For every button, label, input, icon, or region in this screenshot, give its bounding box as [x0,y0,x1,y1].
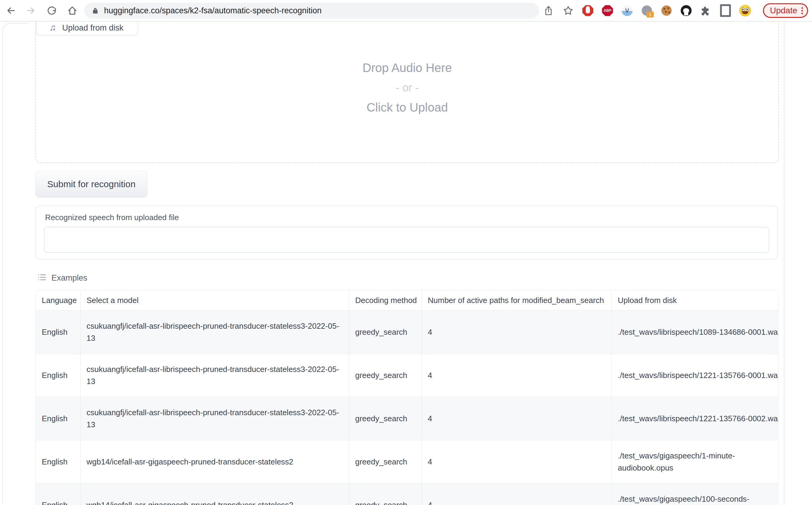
table-cell: English [36,353,81,397]
examples-label: Examples [51,273,88,283]
submit-button-label: Submit for recognition [47,179,136,189]
v-extension-icon[interactable]: V [622,5,633,16]
emoji-extension-icon[interactable] [739,5,751,16]
notification-extension-icon[interactable]: 1 [641,5,653,16]
browser-toolbar: huggingface.co/spaces/k2-fsa/automatic-s… [0,0,812,22]
examples-table-header: LanguageSelect a modelDecoding methodNum… [36,290,779,311]
tab-label: Upload from disk [62,24,124,32]
dropzone-line2: - or - [396,81,419,94]
extension-badge: 1 [647,11,654,18]
table-cell: 4 [422,353,612,397]
cookie-icon[interactable] [661,5,672,16]
share-icon[interactable] [543,5,554,16]
recognized-speech-panel: Recognized speech from uploaded file [35,206,778,260]
adblock-stop-hand-icon[interactable] [582,5,593,16]
reload-icon[interactable] [46,5,57,16]
browser-window: huggingface.co/spaces/k2-fsa/automatic-s… [0,0,812,505]
submit-for-recognition-button[interactable]: Submit for recognition [35,171,147,197]
url-text[interactable]: huggingface.co/spaces/k2-fsa/automatic-s… [104,6,321,15]
extensions-puzzle-icon[interactable] [700,5,711,16]
sidebar-toggle-icon[interactable] [720,5,731,16]
examples-header: Examples [37,273,88,283]
abp-icon[interactable]: ABP [602,5,613,16]
bookmark-star-icon[interactable] [562,5,574,16]
table-cell: ./test_wavs/librispeech/1089-134686-0001… [612,311,779,353]
forward-icon [25,5,37,16]
table-row[interactable]: Englishcsukuangfj/icefall-asr-librispeec… [36,353,779,397]
recognized-speech-label: Recognized speech from uploaded file [45,213,179,222]
home-icon[interactable] [66,5,78,16]
table-row[interactable]: Englishcsukuangfj/icefall-asr-librispeec… [36,397,779,440]
table-cell: greedy_search [349,353,422,397]
back-icon[interactable] [5,5,16,16]
table-cell: English [36,311,81,353]
table-cell: English [36,483,81,505]
examples-list-icon [37,273,46,283]
table-cell: ./test_wavs/gigaspeech/1-minute-audioboo… [612,440,779,483]
examples-table: LanguageSelect a modelDecoding methodNum… [35,290,779,505]
table-cell: 4 [422,483,612,505]
browser-menu-icon[interactable] [801,7,803,14]
table-row[interactable]: Englishwgb14/icefall-asr-gigaspeech-prun… [36,483,779,505]
update-button[interactable]: Update [763,3,808,18]
table-cell: English [36,397,81,440]
table-cell: csukuangfj/icefall-asr-librispeech-prune… [81,311,349,353]
space-container-left-edge [2,23,29,505]
column-header: Upload from disk [612,290,779,311]
music-note-icon: ♫ [49,23,56,32]
column-header: Language [36,290,81,311]
table-cell: 4 [422,397,612,440]
column-header: Decoding method [349,290,422,311]
recognized-speech-textarea[interactable] [44,227,769,252]
dropzone-line3: Click to Upload [366,101,448,114]
table-cell: wgb14/icefall-asr-gigaspeech-pruned-tran… [81,440,349,483]
table-cell: 4 [422,440,612,483]
table-cell: ./test_wavs/gigaspeech/100-seconds-podca… [612,483,779,505]
table-cell: greedy_search [349,311,422,353]
table-cell: English [36,440,81,483]
recognized-speech-textbox[interactable] [44,227,769,253]
table-cell: csukuangfj/icefall-asr-librispeech-prune… [81,397,349,440]
column-header: Number of active paths for modified_beam… [422,290,612,311]
table-cell: wgb14/icefall-asr-gigaspeech-pruned-tran… [81,483,349,505]
url-bar[interactable]: huggingface.co/spaces/k2-fsa/automatic-s… [84,3,539,18]
table-row[interactable]: Englishwgb14/icefall-asr-gigaspeech-prun… [36,440,779,483]
table-row[interactable]: Englishcsukuangfj/icefall-asr-librispeec… [36,311,779,353]
dropzone-line1: Drop Audio Here [363,61,452,75]
space-container-right-edge [784,21,785,505]
audio-dropzone[interactable]: Drop Audio Here - or - Click to Upload [35,12,779,163]
table-cell: greedy_search [349,440,422,483]
table-cell: ./test_wavs/librispeech/1221-135766-0001… [612,353,779,397]
column-header: Select a model [81,290,349,311]
table-cell: csukuangfj/icefall-asr-librispeech-prune… [81,353,349,397]
lock-icon [91,7,99,14]
page-content: Drop Audio Here - or - Click to Upload ♫… [0,21,812,505]
table-cell: ./test_wavs/librispeech/1221-135766-0002… [612,397,779,440]
table-cell: greedy_search [349,483,422,505]
table-cell: 4 [422,311,612,353]
table-cell: greedy_search [349,397,422,440]
github-icon[interactable] [680,5,692,16]
